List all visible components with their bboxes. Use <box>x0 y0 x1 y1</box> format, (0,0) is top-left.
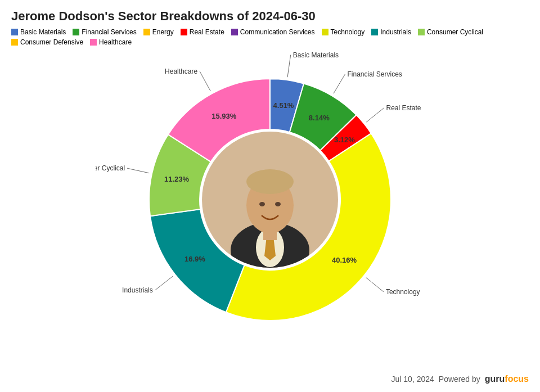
legend: Basic Materials Financial Services Energ… <box>11 28 529 46</box>
chart-area: 4.51%8.14%3.12%40.16%16.9%11.23%15.93%Ba… <box>11 51 529 343</box>
svg-point-9 <box>275 202 281 206</box>
legend-label-consumer-cyclical: Consumer Cyclical <box>427 28 483 36</box>
main-container: Jerome Dodson's Sector Breakdowns of 202… <box>0 0 540 392</box>
label-line-technology <box>366 278 384 292</box>
legend-item-industrials: Industrials <box>371 28 411 36</box>
legend-item-consumer-defensive: Consumer Defensive <box>11 38 83 46</box>
legend-dot-consumer-defensive <box>11 39 18 46</box>
pct-real-estate: 3.12% <box>334 136 355 144</box>
gurufocus-logo: gurufocus <box>485 374 529 384</box>
legend-item-financial-services: Financial Services <box>73 28 136 36</box>
legend-item-basic-materials: Basic Materials <box>11 28 66 36</box>
legend-label-technology: Technology <box>331 28 365 36</box>
label-real-estate: Real Estate <box>386 104 421 112</box>
legend-label-healthcare: Healthcare <box>99 38 132 46</box>
label-line-industrials <box>155 276 173 290</box>
footer-date: Jul 10, 2024 <box>392 375 434 384</box>
donut-chart: 4.51%8.14%3.12%40.16%16.9%11.23%15.93%Ba… <box>96 51 444 343</box>
focus-text: focus <box>505 374 529 384</box>
legend-dot-communication-services <box>231 29 238 35</box>
legend-label-energy: Energy <box>152 28 174 36</box>
label-basic-materials: Basic Materials <box>293 51 339 59</box>
legend-label-consumer-defensive: Consumer Defensive <box>20 38 83 46</box>
pct-basic-materials: 4.51% <box>273 101 294 110</box>
legend-dot-basic-materials <box>11 29 18 35</box>
legend-dot-consumer-cyclical <box>418 29 425 35</box>
label-healthcare: Healthcare <box>165 67 197 75</box>
powered-by-text: Powered by <box>439 375 480 384</box>
svg-point-8 <box>259 202 265 206</box>
legend-dot-technology <box>322 29 328 35</box>
legend-item-consumer-cyclical: Consumer Cyclical <box>418 28 483 36</box>
legend-dot-healthcare <box>90 39 97 46</box>
legend-dot-real-estate <box>181 29 187 35</box>
label-line-healthcare <box>200 71 210 91</box>
pct-consumer-cyclical: 11.23% <box>164 175 190 183</box>
legend-label-communication-services: Communication Services <box>240 28 315 36</box>
pct-healthcare: 15.93% <box>212 112 237 120</box>
legend-item-communication-services: Communication Services <box>231 28 315 36</box>
label-line-financial-services <box>334 74 345 93</box>
legend-dot-industrials <box>371 29 378 35</box>
legend-item-real-estate: Real Estate <box>181 28 224 36</box>
svg-point-7 <box>246 169 294 194</box>
page-title: Jerome Dodson's Sector Breakdowns of 202… <box>11 9 529 24</box>
legend-dot-financial-services <box>73 29 79 35</box>
label-line-basic-materials <box>287 55 291 78</box>
label-line-consumer-cyclical <box>127 168 149 173</box>
legend-dot-energy <box>143 29 150 35</box>
label-industrials: Industrials <box>122 286 153 294</box>
pct-financial-services: 8.14% <box>309 114 330 122</box>
footer: Jul 10, 2024 Powered by gurufocus <box>392 374 529 384</box>
legend-label-financial-services: Financial Services <box>82 28 136 36</box>
pct-industrials: 16.9% <box>184 255 205 263</box>
legend-label-basic-materials: Basic Materials <box>20 28 66 36</box>
legend-label-industrials: Industrials <box>380 28 411 36</box>
legend-label-real-estate: Real Estate <box>190 28 224 36</box>
label-line-real-estate <box>366 108 384 122</box>
label-consumer-cyclical: Consumer Cyclical <box>96 164 125 172</box>
legend-item-technology: Technology <box>322 28 365 36</box>
guru-text: guru <box>485 374 505 384</box>
legend-item-healthcare: Healthcare <box>90 38 132 46</box>
legend-item-energy: Energy <box>143 28 174 36</box>
label-technology: Technology <box>386 288 420 296</box>
pct-technology: 40.16% <box>332 256 357 264</box>
label-financial-services: Financial Services <box>347 70 402 78</box>
